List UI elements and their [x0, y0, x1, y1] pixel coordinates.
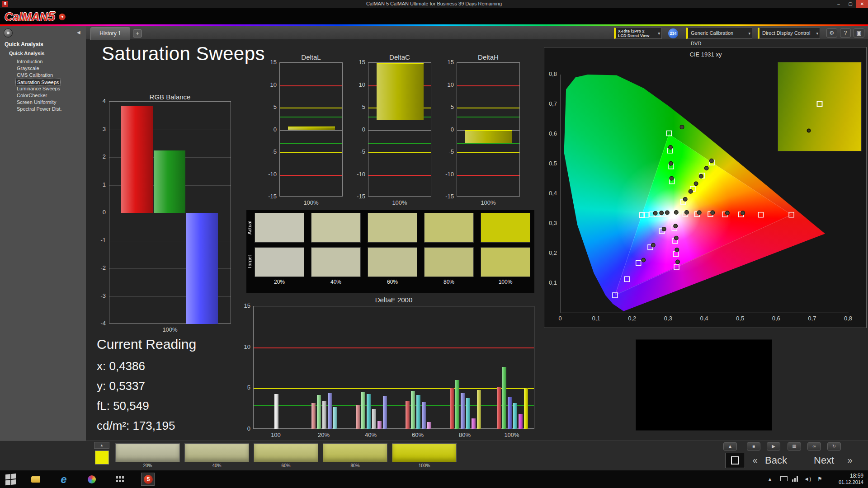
cie-measured-marker [669, 161, 673, 165]
eject-button[interactable]: ▲ [723, 442, 737, 450]
preview-window [636, 339, 772, 431]
swatch-col-label: 100% [481, 279, 530, 285]
ref-line [280, 152, 342, 153]
grid-app-icon[interactable] [113, 473, 127, 486]
logo-menu-button[interactable]: ▾ [59, 14, 66, 20]
deltal-bar [288, 127, 335, 130]
loop-button[interactable]: ∞ [807, 442, 821, 450]
bottom-swatch-80[interactable] [323, 443, 387, 462]
display-control-dropdown[interactable]: Direct Display Control ▾ [758, 28, 820, 39]
reading-line: y: 0,5337 [97, 379, 175, 399]
reading-count-badge[interactable]: 234 [668, 28, 678, 38]
cie-target-marker [624, 277, 629, 282]
deltal-ytick: -5 [264, 148, 277, 155]
deltae-ytick: 0 [239, 425, 250, 432]
ref-line [280, 143, 342, 144]
cie-measured-marker [683, 197, 687, 202]
deltae-bar [524, 388, 528, 429]
display-mode-button[interactable] [725, 453, 745, 468]
close-button[interactable]: ✕ [856, 0, 868, 8]
calman-taskbar-icon[interactable] [141, 473, 155, 486]
deltal-ytick: -10 [264, 171, 277, 178]
add-tab-button[interactable]: + [133, 29, 142, 38]
back-chevron-icon[interactable]: « [749, 453, 761, 468]
chevron-down-icon: ▾ [748, 28, 750, 38]
tab-history-1[interactable]: History 1 [90, 27, 130, 40]
sidebar-item-colorchecker[interactable]: ColorChecker [15, 92, 48, 99]
minimize-button[interactable]: – [833, 0, 844, 8]
save-button[interactable]: ▦ [788, 442, 801, 450]
next-chevron-icon[interactable]: » [844, 453, 856, 468]
screen-config-button[interactable]: ▣ [854, 28, 864, 38]
swatch-comparison-table: ActualTarget20%40%60%80%100% [246, 210, 534, 293]
swatch-actual-40 [311, 213, 361, 243]
internet-explorer-icon[interactable]: e [57, 473, 71, 486]
volume-icon[interactable]: ◄) [804, 476, 811, 482]
rgb-ytick: 0 [93, 209, 106, 216]
collapse-strip-button[interactable]: ▲ [94, 442, 109, 449]
cie-target-marker [674, 252, 679, 257]
file-explorer-icon[interactable] [29, 473, 42, 486]
deltac-ytick: 15 [353, 59, 365, 66]
clock-date[interactable]: 01.12.2014 [832, 479, 863, 485]
deltae-bar [367, 394, 371, 429]
swatch-col-label: 60% [368, 279, 417, 285]
maximize-button[interactable]: ▢ [844, 0, 856, 8]
deltae-plot [253, 306, 534, 429]
rgb-ytick: 4 [93, 98, 106, 104]
deltae-bar [450, 388, 454, 429]
sidebar-item-luminance-sweeps[interactable]: Luminance Sweeps [15, 85, 61, 92]
swatch-col-label: 40% [311, 279, 361, 285]
cie-ytick: 0,1 [542, 279, 557, 286]
deltae-bar [372, 409, 376, 429]
rgb-ytick: -2 [93, 264, 106, 271]
deltae-xlabel: 20% [310, 432, 337, 438]
refresh-button[interactable]: ↻ [827, 442, 841, 450]
meter-line2: LCD Direct View [618, 33, 655, 38]
clock-time[interactable]: 18:59 [832, 473, 863, 479]
deltae-bar [377, 421, 382, 429]
deltae-bar [513, 403, 517, 429]
sidebar-root-item[interactable]: Quick Analysis [9, 51, 44, 56]
hidden-icons-icon[interactable]: ▴ [769, 476, 771, 482]
sidebar-item-cms-calibration[interactable]: CMS Calibration [15, 72, 54, 79]
sidebar-item-saturation-sweeps[interactable]: Saturation Sweeps [15, 79, 61, 85]
cie-xtick: 0,1 [587, 315, 605, 322]
bottom-swatch-20[interactable] [115, 443, 180, 462]
help-button[interactable]: ? [840, 28, 851, 38]
sidebar-back-button[interactable] [4, 28, 13, 38]
deltah-xlabel: 100% [457, 199, 520, 206]
deltae-bar [472, 418, 476, 429]
ref-line [254, 405, 534, 406]
play-button[interactable]: ▶ [767, 442, 780, 450]
cie-ytick: 0,7 [542, 100, 557, 107]
deltae-ytick: 5 [239, 384, 250, 391]
deltae-xlabel: 40% [357, 432, 384, 438]
stop-button[interactable]: ■ [747, 442, 760, 450]
reading-line: fL: 50,549 [97, 399, 175, 419]
display-tray-icon[interactable] [780, 476, 788, 481]
gear-icon[interactable]: ⚙ [826, 28, 837, 38]
back-button[interactable]: Back [765, 453, 787, 468]
rgb-bar-green [154, 150, 185, 213]
action-center-icon[interactable]: ⚑ [817, 476, 822, 482]
bottom-swatch-100[interactable] [392, 443, 457, 462]
sidebar-item-spectral-power-dist[interactable]: Spectral Power Dist. [15, 106, 63, 113]
sidebar-item-grayscale[interactable]: Grayscale [15, 65, 41, 72]
source-dropdown[interactable]: Generic Calibration DVD ▾ [686, 28, 752, 39]
sidebar-item-introduction[interactable]: Introduction [15, 58, 44, 65]
rgb-ytick: 3 [93, 126, 106, 132]
network-icon[interactable] [792, 476, 799, 482]
bottom-swatch-40[interactable] [184, 443, 249, 462]
color-app-icon[interactable] [85, 473, 99, 486]
next-button[interactable]: Next [814, 453, 834, 468]
sidebar-item-screen-uniformity[interactable]: Screen Uniformity [15, 99, 57, 106]
deltae-bar [427, 422, 431, 429]
meter-dropdown[interactable]: X-Rite i1Pro 2 LCD Direct View ▾ [614, 28, 662, 39]
cie-xtick: 0,2 [623, 315, 641, 322]
sidebar-collapse-button[interactable]: ◀ [77, 30, 80, 35]
deltae-bar [519, 414, 523, 429]
start-button[interactable] [5, 474, 16, 486]
bottom-swatch-60[interactable] [254, 443, 318, 462]
cie-measured-marker [676, 260, 680, 264]
